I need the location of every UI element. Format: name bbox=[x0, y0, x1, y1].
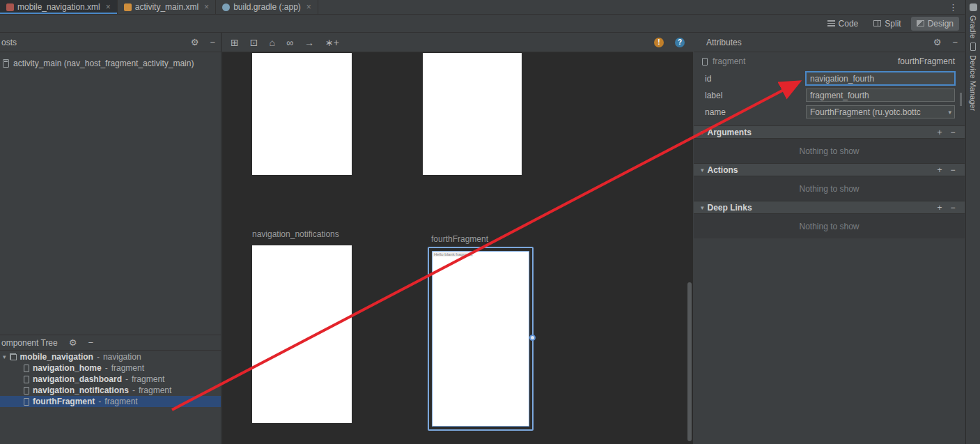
home-icon[interactable]: ⌂ bbox=[269, 37, 274, 48]
attributes-panel-filler bbox=[694, 238, 965, 444]
gradle-icon[interactable] bbox=[970, 3, 977, 11]
warning-icon[interactable]: ! bbox=[654, 38, 664, 47]
auto-arrange-icon[interactable]: ∗+ bbox=[325, 37, 339, 48]
fragment-preview-dashboard[interactable] bbox=[423, 53, 522, 175]
mode-code-button[interactable]: Code bbox=[822, 17, 864, 31]
design-icon bbox=[917, 20, 924, 26]
deep-links-section-header[interactable]: ▾ Deep Links + − bbox=[694, 201, 965, 214]
add-icon[interactable]: + bbox=[935, 203, 944, 213]
code-icon bbox=[827, 20, 835, 26]
mode-split-label: Split bbox=[885, 19, 901, 29]
fragment-preview-fourth-surface: Hello blank fragment bbox=[432, 251, 529, 427]
close-icon[interactable]: × bbox=[306, 2, 311, 12]
fragment-icon bbox=[24, 365, 29, 372]
add-destination-icon[interactable]: ⊞ bbox=[231, 37, 239, 48]
gradle-file-icon bbox=[222, 3, 230, 11]
tab-label: mobile_navigation.xml bbox=[17, 2, 100, 12]
mode-design-button[interactable]: Design bbox=[911, 17, 959, 31]
fragment-icon bbox=[24, 376, 29, 383]
tab-mobile-navigation-xml[interactable]: mobile_navigation.xml × bbox=[0, 0, 118, 14]
component-tree-header: omponent Tree ⚙ − bbox=[0, 335, 221, 351]
preview-hello-text: Hello blank fragment bbox=[433, 252, 473, 257]
remove-icon[interactable]: − bbox=[948, 128, 958, 137]
tree-item-fourthfragment[interactable]: fourthFragment - fragment bbox=[0, 396, 221, 407]
close-icon[interactable]: × bbox=[106, 2, 111, 12]
add-icon[interactable]: + bbox=[935, 128, 944, 137]
chevron-down-icon: ▾ bbox=[701, 167, 704, 174]
name-field-label: name bbox=[705, 107, 726, 117]
minimize-icon[interactable]: − bbox=[88, 337, 93, 348]
gear-icon[interactable]: ⚙ bbox=[191, 37, 199, 47]
tab-label: activity_main.xml bbox=[135, 2, 199, 12]
tab-overflow-menu-icon[interactable]: ⋮ bbox=[942, 0, 965, 14]
design-surface-toolbar: ⊞ ⊡ ⌂ ∞ → ∗+ ! ? bbox=[222, 33, 693, 52]
minimize-icon[interactable]: − bbox=[952, 37, 958, 47]
tab-build-gradle[interactable]: build.gradle (:app) × bbox=[216, 0, 318, 14]
tool-window-device-manager[interactable]: Device Manager bbox=[969, 55, 977, 111]
attributes-scrollbar[interactable] bbox=[960, 93, 962, 106]
device-manager-icon[interactable] bbox=[970, 43, 976, 51]
component-name-label: fourthFragment bbox=[898, 56, 955, 66]
remove-icon[interactable]: − bbox=[948, 203, 958, 213]
component-type-label: fragment bbox=[713, 56, 745, 66]
mode-split-button[interactable]: Split bbox=[868, 17, 906, 31]
tree-item-navigation-notifications[interactable]: navigation_notifications - fragment bbox=[0, 385, 221, 396]
deep-link-icon[interactable]: ∞ bbox=[286, 37, 293, 48]
tree-item-mobile-navigation[interactable]: ▾ mobile_navigation - navigation bbox=[0, 351, 221, 362]
hosts-panel-header: osts ⚙ − bbox=[0, 33, 221, 52]
tree-item-navigation-dashboard[interactable]: navigation_dashboard - fragment bbox=[0, 374, 221, 385]
gear-icon[interactable]: ⚙ bbox=[69, 337, 77, 348]
tab-label: build.gradle (:app) bbox=[233, 2, 301, 12]
tool-window-gradle[interactable]: Gradle bbox=[969, 15, 977, 38]
selection-action-handle[interactable] bbox=[529, 335, 536, 341]
action-arrow-icon[interactable]: → bbox=[304, 37, 314, 48]
layout-xml-file-icon bbox=[124, 3, 132, 11]
gear-icon[interactable]: ⚙ bbox=[933, 37, 942, 47]
navigation-graph-icon bbox=[10, 353, 17, 360]
mode-design-label: Design bbox=[928, 19, 954, 29]
deep-links-empty-text: Nothing to show bbox=[694, 214, 965, 238]
name-dropdown[interactable]: FourthFragment (ru.yotc.bottc ▾ bbox=[806, 105, 955, 118]
arguments-section-header[interactable]: ▾ Arguments + − bbox=[694, 125, 965, 139]
attribute-row-name: name FourthFragment (ru.yotc.bottc ▾ bbox=[694, 104, 965, 121]
chevron-down-icon: ▾ bbox=[701, 129, 704, 136]
tab-activity-main-xml[interactable]: activity_main.xml × bbox=[118, 0, 216, 14]
navigation-xml-file-icon bbox=[6, 3, 14, 11]
nested-graph-icon[interactable]: ⊡ bbox=[250, 37, 258, 48]
fragment-preview-fourth-selected[interactable]: Hello blank fragment bbox=[428, 247, 534, 431]
right-tool-strip: Gradle Device Manager bbox=[965, 0, 980, 444]
arguments-empty-text: Nothing to show bbox=[694, 139, 965, 163]
attribute-row-label: label bbox=[694, 87, 965, 104]
canvas-vertical-scrollbar[interactable] bbox=[687, 282, 692, 441]
name-dropdown-value: FourthFragment (ru.yotc.bottc bbox=[810, 107, 921, 117]
editor-mode-toolbar: Code Split Design bbox=[0, 15, 965, 33]
component-tree-title: omponent Tree bbox=[1, 338, 58, 348]
minimize-icon[interactable]: − bbox=[210, 37, 215, 47]
fragment-icon bbox=[24, 387, 29, 395]
help-icon[interactable]: ? bbox=[675, 38, 685, 47]
hosts-list-item[interactable]: activity_main (nav_host_fragment_activit… bbox=[0, 52, 221, 68]
close-icon[interactable]: × bbox=[204, 2, 209, 12]
fragment-preview-notifications[interactable] bbox=[252, 245, 352, 423]
navigation-graph-canvas[interactable]: navigation_notifications fourthFragment … bbox=[222, 52, 693, 444]
attributes-panel: Attributes ⚙ − fragment fourthFragment i… bbox=[694, 33, 965, 444]
hosts-item-label: activity_main (nav_host_fragment_activit… bbox=[13, 59, 194, 68]
fragment-label-notifications: navigation_notifications bbox=[252, 229, 339, 239]
fragment-preview-home[interactable] bbox=[252, 53, 352, 175]
editor-tab-bar: mobile_navigation.xml × activity_main.xm… bbox=[0, 0, 965, 15]
label-field-label: label bbox=[705, 91, 722, 100]
add-icon[interactable]: + bbox=[935, 165, 944, 175]
component-tree: ▾ mobile_navigation - navigation navigat… bbox=[0, 351, 221, 407]
label-input[interactable] bbox=[806, 89, 955, 102]
fragment-label-fourth: fourthFragment bbox=[431, 234, 488, 244]
tree-item-navigation-home[interactable]: navigation_home - fragment bbox=[0, 362, 221, 374]
remove-icon[interactable]: − bbox=[948, 165, 958, 175]
attribute-row-id: id bbox=[694, 70, 965, 87]
split-icon bbox=[873, 20, 881, 26]
attributes-title: Attributes bbox=[706, 38, 742, 47]
id-input[interactable] bbox=[805, 71, 956, 86]
mode-code-label: Code bbox=[839, 19, 859, 29]
fragment-icon bbox=[702, 58, 708, 66]
chevron-down-icon[interactable]: ▾ bbox=[3, 353, 6, 360]
actions-section-header[interactable]: ▾ Actions + − bbox=[694, 163, 965, 176]
